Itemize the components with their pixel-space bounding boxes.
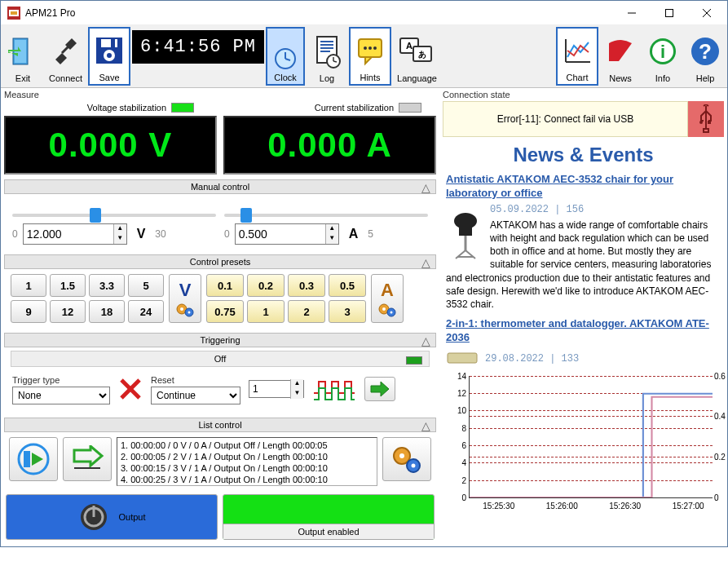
chart-button[interactable]: Chart — [556, 27, 598, 86]
list-run-button[interactable] — [9, 437, 58, 481]
language-icon: Aあ — [399, 35, 435, 68]
svg-point-61 — [699, 121, 703, 124]
a-min: 0 — [224, 228, 230, 240]
list-sequence[interactable]: 1. 00:00:00 / 0 V / 0 A / Output Off / L… — [117, 437, 377, 486]
measure-label: Measure — [4, 90, 436, 99]
arrow-right-icon — [369, 381, 390, 397]
current-slider[interactable] — [224, 214, 428, 217]
preset-v-18[interactable]: 18 — [89, 300, 125, 323]
list-control-header[interactable]: List control△ — [4, 418, 436, 432]
connection-message: Error[-11]: Connect fail via USB — [443, 101, 688, 137]
a-unit: A — [349, 227, 359, 241]
voltage-slider[interactable] — [12, 214, 216, 217]
log-button[interactable]: Log — [307, 27, 347, 86]
news-link-1[interactable]: Antistatic AKTAKOM AEC-3532 chair for yo… — [446, 173, 721, 201]
svg-rect-62 — [708, 121, 711, 124]
cancel-icon[interactable] — [118, 377, 143, 401]
voltage-config-button[interactable]: V — [169, 274, 201, 323]
language-button[interactable]: AあLanguage — [393, 27, 441, 86]
connect-button[interactable]: Connect — [45, 27, 86, 86]
info-icon: i — [646, 35, 679, 68]
svg-point-28 — [368, 46, 372, 50]
spin-down[interactable]: ▼ — [325, 234, 338, 244]
current-presets: 0.1 0.2 0.3 0.5 0.75 1 2 3 — [206, 274, 366, 323]
speech-icon — [354, 34, 386, 67]
list-item[interactable]: 3. 00:00:15 / 3 V / 1 A / Output On / Le… — [121, 462, 373, 474]
preset-a-1[interactable]: 1 — [247, 300, 285, 323]
exit-button[interactable]: Exit — [2, 27, 43, 86]
preset-v-24[interactable]: 24 — [128, 300, 164, 323]
help-button[interactable]: ?Help — [685, 27, 726, 86]
current-stab-indicator — [399, 103, 421, 113]
voltage-stab-indicator — [171, 103, 194, 113]
power-icon — [77, 501, 110, 533]
app-icon — [7, 7, 20, 20]
main-toolbar: Exit Connect Save 6:41:56 PM Clock Log H… — [1, 25, 727, 88]
a-max: 5 — [368, 228, 373, 240]
svg-point-55 — [399, 453, 404, 458]
preset-v-9[interactable]: 9 — [11, 300, 46, 323]
gear-icon — [377, 301, 397, 317]
manual-control-header[interactable]: Manual control△ — [4, 179, 436, 194]
save-button[interactable]: Save — [88, 27, 130, 86]
preset-a-0.75[interactable]: 0.75 — [206, 300, 244, 323]
chevron-up-icon: △ — [421, 419, 430, 432]
trigger-count-input[interactable]: ▲▼ — [249, 380, 304, 398]
reset-select[interactable]: Continue — [151, 387, 240, 404]
svg-text:A: A — [407, 41, 413, 51]
preset-a-0.1[interactable]: 0.1 — [206, 274, 244, 297]
title-bar: APM21 Pro — [1, 1, 727, 25]
news-date-2: 29.08.2022 | 133 — [485, 353, 579, 365]
minimize-button[interactable] — [613, 1, 651, 25]
news-link-2[interactable]: 2-in-1: thermometer and datalogger. AKTA… — [446, 317, 721, 345]
info-button[interactable]: iInfo — [642, 27, 683, 86]
waveform-icon — [312, 377, 356, 401]
preset-v-1[interactable]: 1 — [11, 274, 46, 297]
preset-a-2[interactable]: 2 — [288, 300, 325, 323]
v-max: 30 — [155, 228, 165, 240]
preset-a-0.5[interactable]: 0.5 — [329, 274, 366, 297]
preset-a-0.2[interactable]: 0.2 — [247, 274, 285, 297]
trigger-led — [406, 356, 422, 365]
svg-rect-69 — [448, 353, 477, 363]
clock-button[interactable]: Clock — [266, 27, 305, 86]
list-item[interactable]: 4. 00:00:25 / 3 V / 1 A / Output On / Le… — [121, 474, 373, 485]
list-settings-button[interactable] — [382, 437, 431, 481]
gear-icon — [175, 301, 195, 317]
list-item[interactable]: 1. 00:00:00 / 0 V / 0 A / Output Off / L… — [121, 440, 373, 451]
spin-up[interactable]: ▲ — [113, 224, 126, 234]
preset-a-0.3[interactable]: 0.3 — [288, 274, 325, 297]
trigger-go-button[interactable] — [364, 377, 395, 401]
plug-icon — [49, 35, 82, 68]
chevron-up-icon: △ — [421, 181, 430, 194]
spin-down[interactable]: ▼ — [113, 234, 126, 244]
svg-point-63 — [454, 213, 477, 229]
hints-button[interactable]: Hints — [349, 27, 391, 86]
preset-a-3[interactable]: 3 — [329, 300, 366, 323]
svg-point-29 — [373, 46, 377, 50]
current-config-button[interactable]: A — [371, 274, 404, 323]
preset-v-5[interactable]: 5 — [128, 274, 164, 297]
voltage-input[interactable]: ▲▼ — [23, 223, 127, 245]
news-button[interactable]: News — [600, 27, 641, 86]
maximize-button[interactable] — [651, 1, 688, 25]
chart-icon — [561, 34, 593, 67]
svg-point-42 — [180, 307, 183, 311]
voltage-readout: 0.000 V — [4, 116, 217, 175]
preset-v-1.5[interactable]: 1.5 — [50, 274, 86, 297]
close-button[interactable] — [688, 1, 726, 25]
svg-rect-12 — [111, 39, 115, 47]
usb-icon — [688, 101, 724, 137]
triggering-header[interactable]: Triggering△ — [4, 333, 436, 347]
trigger-type-select[interactable]: None — [12, 387, 110, 404]
preset-v-12[interactable]: 12 — [50, 300, 86, 323]
output-toggle-button[interactable]: Output — [6, 494, 218, 540]
svg-text:i: i — [660, 42, 665, 62]
presets-header[interactable]: Control presets△ — [4, 254, 436, 269]
voltage-presets: 1 1.5 3.3 5 9 12 18 24 — [11, 274, 164, 323]
news-date-1: 05.09.2022 | 156 — [446, 204, 721, 215]
spin-up[interactable]: ▲ — [325, 224, 338, 234]
list-item[interactable]: 2. 00:00:05 / 2 V / 1 A / Output On / Le… — [121, 451, 373, 462]
preset-v-3.3[interactable]: 3.3 — [89, 274, 125, 297]
list-next-button[interactable] — [63, 437, 112, 481]
